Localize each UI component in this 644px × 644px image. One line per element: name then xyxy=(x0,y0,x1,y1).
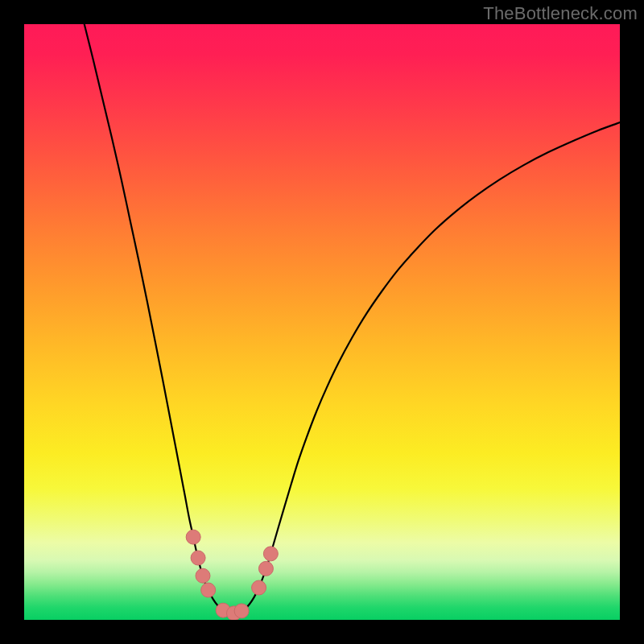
valley-marker xyxy=(258,561,273,576)
valley-marker xyxy=(263,547,278,561)
valley-markers xyxy=(186,530,278,620)
valley-marker xyxy=(191,551,205,565)
marker-layer xyxy=(24,24,620,620)
valley-marker xyxy=(186,530,200,544)
valley-marker xyxy=(252,580,266,595)
watermark-text: TheBottleneck.com xyxy=(483,3,638,24)
plot-area xyxy=(24,24,620,620)
chart-frame: TheBottleneck.com xyxy=(0,0,644,644)
valley-marker xyxy=(196,568,210,583)
valley-marker xyxy=(201,583,216,597)
valley-marker xyxy=(234,604,249,618)
